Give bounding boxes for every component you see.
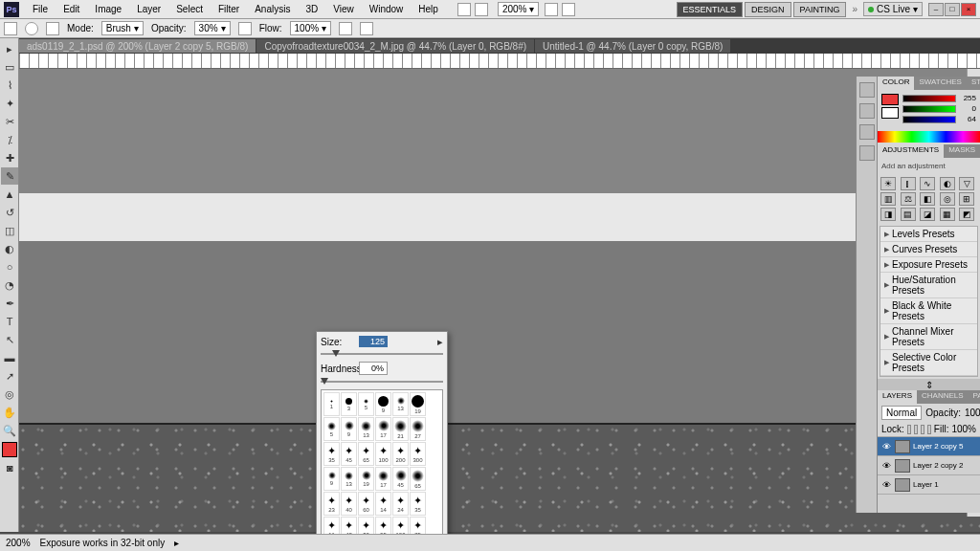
layer-row[interactable]: 👁Layer 2 copy 5	[878, 437, 980, 456]
brush-thumbnail[interactable]: ✦45	[341, 442, 357, 466]
brush-thumbnail[interactable]: ✦200	[392, 442, 409, 466]
preset-item[interactable]: ▶Exposure Presets	[880, 257, 977, 273]
red-slider[interactable]	[902, 95, 956, 102]
brush-popup-menu-icon[interactable]: ▸	[437, 336, 443, 348]
menu-file[interactable]: File	[25, 2, 56, 16]
launch-bridge-icon[interactable]	[457, 3, 471, 16]
brush-thumbnail[interactable]: 13	[392, 392, 409, 416]
menu-analysis[interactable]: Analysis	[247, 2, 298, 16]
adj-exposure-icon[interactable]: ◐	[940, 177, 955, 190]
menu-3d[interactable]: 3D	[298, 2, 325, 16]
airbrush-icon[interactable]	[339, 22, 352, 35]
adj-photofilter-icon[interactable]: ◎	[940, 192, 955, 206]
3d-tool[interactable]: ➚	[1, 367, 18, 385]
brush-thumbnail[interactable]: ✦65	[358, 442, 374, 466]
tablet-opacity-icon[interactable]	[238, 22, 252, 35]
menu-filter[interactable]: Filter	[211, 2, 247, 16]
adj-threshold-icon[interactable]: ◪	[920, 208, 935, 221]
brush-thumbnail[interactable]: 9	[341, 417, 357, 441]
brush-thumbnail[interactable]: 13	[358, 417, 374, 441]
eyedropper-tool[interactable]: ⁒	[1, 131, 18, 148]
3d-camera-tool[interactable]: ◎	[1, 386, 18, 403]
adj-curves-icon[interactable]: ∿	[920, 177, 935, 190]
brush-panel-toggle[interactable]	[46, 22, 59, 35]
preset-item[interactable]: ▶Channel Mixer Presets	[880, 324, 977, 350]
zoom-tool[interactable]: 🔍	[1, 422, 18, 439]
green-slider[interactable]	[902, 105, 956, 113]
brush-thumbnail[interactable]: ✦35	[323, 442, 340, 466]
shape-tool[interactable]: ▬	[1, 349, 18, 366]
actions-panel-icon[interactable]	[859, 103, 875, 119]
screen-mode-icon[interactable]	[562, 3, 575, 16]
brush-thumbnail[interactable]: 5	[358, 392, 374, 416]
wand-tool[interactable]: ✦	[1, 95, 18, 112]
canvas[interactable]	[19, 69, 980, 532]
adj-channelmixer-icon[interactable]: ⊞	[959, 192, 974, 206]
tool-preset-icon[interactable]	[4, 22, 17, 35]
menu-layer[interactable]: Layer	[129, 2, 168, 16]
menu-window[interactable]: Window	[362, 2, 412, 16]
adj-hue-icon[interactable]: ▥	[880, 192, 896, 206]
brush-hardness-input[interactable]	[359, 362, 388, 375]
foreground-color[interactable]	[2, 442, 17, 457]
brush-thumbnail[interactable]: ✦24	[392, 492, 409, 516]
styles-tab[interactable]: STYLES	[967, 77, 980, 90]
layer-visibility-icon[interactable]: 👁	[880, 460, 892, 472]
menu-edit[interactable]: Edit	[56, 2, 87, 16]
brush-size-slider[interactable]	[321, 350, 443, 358]
lock-pixels-icon[interactable]	[914, 425, 918, 434]
healing-tool[interactable]: ✚	[1, 149, 18, 166]
move-tool[interactable]: ▸	[1, 40, 18, 57]
workspace-more-icon[interactable]: »	[852, 4, 858, 14]
masks-tab[interactable]: MASKS	[944, 144, 980, 158]
cslive-button[interactable]: CS Live ▾	[863, 2, 923, 16]
window-close-icon[interactable]: ×	[961, 3, 976, 16]
character-panel-icon[interactable]	[859, 145, 875, 161]
view-extras-icon[interactable]	[545, 3, 558, 16]
gradient-tool[interactable]: ◐	[1, 240, 18, 257]
layer-blend-mode[interactable]: Normal	[881, 406, 922, 420]
preset-item[interactable]: ▶Selective Color Presets	[880, 350, 977, 376]
zoom-dropdown[interactable]: 200% ▾	[498, 2, 540, 16]
color-tab[interactable]: COLOR	[878, 77, 914, 90]
brush-thumbnail[interactable]: ✦40	[341, 492, 357, 516]
layers-tab[interactable]: LAYERS	[878, 390, 917, 404]
workspace-painting[interactable]: PAINTING	[793, 2, 847, 17]
layer-row[interactable]: 👁Layer 1	[878, 475, 980, 495]
brush-thumbnail[interactable]: 17	[375, 417, 391, 441]
adj-gradientmap-icon[interactable]: ▦	[940, 208, 955, 221]
brush-thumbnail[interactable]: 17	[375, 467, 391, 491]
window-minimize-icon[interactable]: –	[928, 3, 944, 16]
workspace-essentials[interactable]: ESSENTIALS	[677, 2, 744, 17]
brush-preset-picker[interactable]	[25, 22, 38, 35]
panel-divider[interactable]: ⇕	[878, 379, 980, 390]
adj-selectivecolor-icon[interactable]: ◩	[959, 208, 974, 221]
adj-bw-icon[interactable]: ◧	[920, 192, 935, 206]
brush-thumbnail[interactable]: 19	[358, 467, 374, 491]
layer-opacity-value[interactable]: 100%	[965, 408, 980, 418]
brush-thumbnail[interactable]: ✦300	[410, 442, 426, 466]
blend-mode-dropdown[interactable]: Brush ▾	[101, 21, 144, 35]
history-panel-icon[interactable]	[859, 82, 875, 98]
brush-thumbnail[interactable]: 27	[410, 417, 426, 441]
layer-visibility-icon[interactable]: 👁	[880, 479, 892, 491]
swatches-tab[interactable]: SWATCHES	[914, 77, 966, 90]
doc-tab-2[interactable]: Copyofroadtexture0034_2_M.jpg @ 44.7% (L…	[256, 39, 534, 53]
path-tool[interactable]: ↖	[1, 331, 18, 348]
brush-thumbnail[interactable]: ✦60	[358, 492, 374, 516]
brush-thumbnail[interactable]: 21	[392, 417, 409, 441]
menu-help[interactable]: Help	[411, 2, 446, 16]
brush-thumbnail[interactable]: 13	[341, 467, 357, 491]
menu-select[interactable]: Select	[168, 2, 211, 16]
pen-tool[interactable]: ✒	[1, 295, 18, 312]
channels-tab[interactable]: CHANNELS	[917, 390, 969, 404]
paths-tab[interactable]: PATHS	[969, 390, 980, 404]
lasso-tool[interactable]: ⌇	[1, 77, 18, 94]
brush-thumbnail[interactable]: 3	[341, 392, 357, 416]
status-arrow-icon[interactable]: ▸	[174, 538, 179, 548]
window-maximize-icon[interactable]: □	[945, 3, 960, 16]
brush-thumbnail[interactable]: ✦100	[375, 442, 391, 466]
brush-thumbnail[interactable]: 65	[410, 467, 426, 491]
brush-thumbnail[interactable]: ✦35	[410, 492, 426, 516]
color-fg-swatch[interactable]	[881, 94, 899, 105]
